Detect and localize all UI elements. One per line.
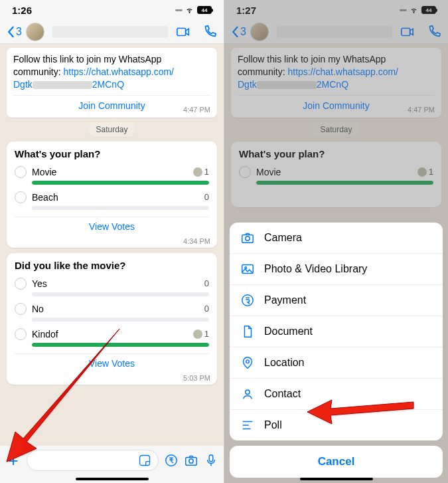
home-indicator [76, 478, 149, 480]
radio-icon[interactable] [15, 166, 27, 178]
view-votes-button[interactable]: View Votes [15, 353, 209, 369]
attachment-sheet: Camera Photo & Video Library Payment Doc… [230, 223, 443, 478]
join-community-button[interactable]: Join Community [13, 95, 210, 112]
cancel-button[interactable]: Cancel [230, 446, 443, 478]
redacted [33, 81, 92, 89]
svg-rect-1 [140, 456, 150, 466]
voice-call-icon[interactable] [202, 25, 217, 39]
back-count: 3 [16, 26, 22, 38]
poll-time: 4:34 PM [183, 237, 210, 245]
menu-poll[interactable]: Poll [230, 410, 443, 440]
nav-bar: 3 [0, 20, 224, 44]
chevron-left-icon [7, 26, 15, 38]
location-icon [240, 355, 255, 370]
battery-icon: 44 [197, 6, 212, 14]
chat-title[interactable] [52, 26, 168, 38]
poll-option[interactable]: No 0 [15, 303, 209, 315]
msg-time: 4:47 PM [183, 105, 210, 115]
status-time: 1:26 [12, 5, 32, 16]
back-button[interactable]: 3 [7, 26, 22, 38]
poll-option[interactable]: Beach 0 [15, 191, 209, 203]
video-call-icon[interactable] [176, 25, 190, 39]
view-votes-button[interactable]: View Votes [15, 217, 209, 232]
radio-icon[interactable] [15, 278, 27, 290]
date-chip: Saturday [7, 123, 217, 135]
svg-point-13 [246, 390, 250, 394]
svg-rect-5 [209, 455, 213, 462]
svg-point-4 [189, 459, 193, 463]
menu-payment[interactable]: Payment [230, 285, 443, 316]
camera-icon [240, 231, 255, 245]
svg-point-8 [246, 237, 250, 241]
poll-question: What's your plan? [15, 148, 209, 159]
poll-time: 5:03 PM [183, 374, 210, 382]
mic-icon[interactable] [204, 453, 218, 468]
poll-card-1[interactable]: What's your plan? Movie 1 Beach 0 4:34 P… [7, 142, 217, 248]
status-bar: 1:26 •••• 44 [0, 0, 224, 20]
menu-contact[interactable]: Contact [230, 379, 443, 410]
svg-rect-0 [177, 28, 186, 35]
poll-option[interactable]: Movie 1 [15, 166, 209, 178]
msg-link2b[interactable]: 2MCnQ [92, 79, 124, 90]
radio-icon[interactable] [15, 303, 27, 315]
contact-icon [240, 387, 255, 401]
svg-point-11 [242, 295, 254, 306]
photo-icon [240, 262, 255, 276]
wifi-icon [185, 6, 194, 14]
svg-point-12 [246, 360, 250, 363]
document-icon [240, 324, 255, 339]
chat-area: Follow this link to join my WhatsApp com… [0, 44, 224, 454]
msg-link[interactable]: https://chat.whatsapp.com/ [63, 66, 174, 77]
camera-icon[interactable] [184, 453, 198, 468]
menu-camera[interactable]: Camera [230, 223, 443, 254]
radio-icon[interactable] [15, 191, 27, 203]
menu-document[interactable]: Document [230, 316, 443, 347]
msg-link2a[interactable]: Dgtk [13, 79, 33, 90]
cell-signal-icon: •••• [175, 7, 182, 14]
voter-avatar [193, 167, 202, 177]
attach-button[interactable]: + [5, 450, 21, 471]
radio-icon[interactable] [15, 328, 27, 340]
payment-icon[interactable] [164, 453, 179, 468]
poll-option[interactable]: Yes 0 [15, 278, 209, 290]
menu-location[interactable]: Location [230, 347, 443, 379]
chat-avatar[interactable] [26, 23, 44, 41]
poll-question: Did you like the movie? [15, 260, 209, 271]
poll-card-2[interactable]: Did you like the movie? Yes 0 No 0 Kindo… [7, 253, 217, 385]
voter-avatar [193, 330, 202, 339]
sticker-icon[interactable] [138, 454, 151, 467]
rupee-icon [240, 293, 255, 308]
poll-icon [240, 418, 255, 433]
message-input[interactable] [27, 450, 159, 471]
message-bubble[interactable]: Follow this link to join my WhatsApp com… [7, 48, 217, 118]
menu-photo-library[interactable]: Photo & Video Library [230, 254, 443, 285]
poll-option[interactable]: Kindof 1 [15, 328, 209, 340]
home-indicator [300, 478, 373, 480]
